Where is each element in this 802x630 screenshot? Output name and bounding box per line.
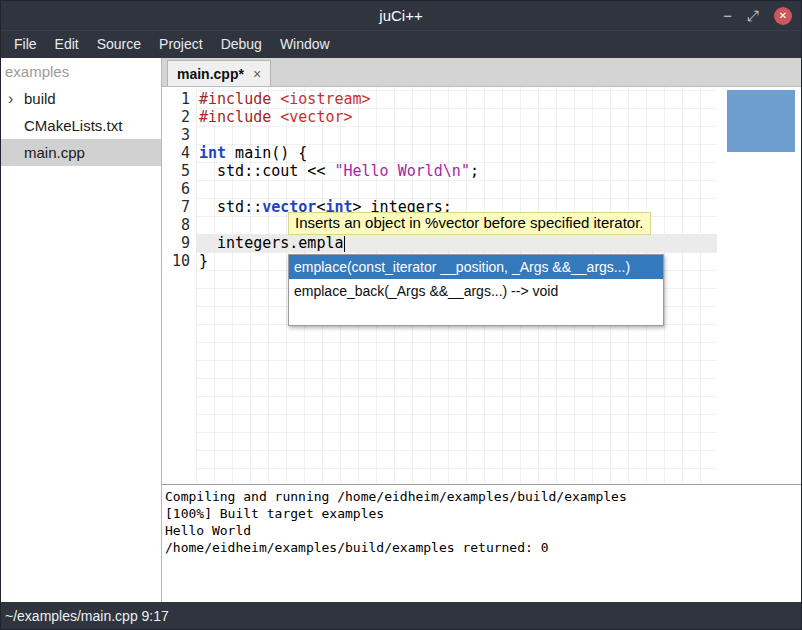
line-number: 10 [162, 252, 190, 270]
gutter: 12345678910 [162, 87, 196, 484]
line-number: 3 [162, 126, 190, 144]
code-token: int [199, 144, 226, 162]
code-token: main() { [226, 144, 307, 162]
line-number: 6 [162, 180, 190, 198]
juci-window: juCi++ − ⤢ ✕ FileEditSourceProjectDebugW… [0, 0, 802, 630]
line-number: 2 [162, 108, 190, 126]
code-token: } [199, 252, 208, 270]
text-cursor [344, 236, 346, 252]
code-token: #include [199, 108, 280, 126]
menu-item-debug[interactable]: Debug [212, 30, 271, 58]
code-token: integers.empla [199, 234, 344, 252]
completion-list: emplace(const_iterator __position, _Args… [289, 255, 663, 303]
line-number: 7 [162, 198, 190, 216]
main-area: main.cpp*× 12345678910 #include <iostrea… [162, 58, 801, 602]
menu-item-edit[interactable]: Edit [46, 30, 88, 58]
tree-item-label: main.cpp [24, 144, 85, 161]
file-tree: ›buildCMakeLists.txtmain.cpp [1, 85, 161, 166]
tree-item-build[interactable]: ›build [1, 85, 161, 112]
menu-item-project[interactable]: Project [150, 30, 212, 58]
line-number: 4 [162, 144, 190, 162]
window-body: examples ›buildCMakeLists.txtmain.cpp ma… [1, 58, 801, 602]
code-line[interactable]: int main() { [196, 144, 717, 162]
statusbar: ~/examples/main.cpp 9:17 [1, 602, 801, 629]
line-number: 5 [162, 162, 190, 180]
minimap [717, 87, 801, 484]
completion-item[interactable]: emplace(const_iterator __position, _Args… [289, 255, 663, 279]
completion-popup: emplace(const_iterator __position, _Args… [288, 254, 664, 326]
minimap-slider[interactable] [727, 90, 795, 152]
terminal-line: Hello World [165, 522, 801, 539]
code-token: std::cout << [199, 162, 334, 180]
close-icon[interactable]: ✕ [774, 7, 792, 25]
code-line[interactable] [196, 126, 717, 144]
code-line[interactable]: #include <iostream> [196, 90, 717, 108]
line-number: 8 [162, 216, 190, 234]
terminal-line: [100%] Built target examples [165, 505, 801, 522]
project-root-label: examples [1, 58, 161, 85]
tab-label: main.cpp* [177, 66, 244, 82]
doc-tooltip: Inserts an object in %vector before spec… [288, 212, 651, 235]
terminal-line: /home/eidheim/examples/build/examples re… [165, 539, 801, 556]
terminal-line: Compiling and running /home/eidheim/exam… [165, 488, 801, 505]
code-line[interactable] [196, 180, 717, 198]
code-line[interactable]: #include <vector> [196, 108, 717, 126]
menubar: FileEditSourceProjectDebugWindow [1, 30, 801, 58]
menu-item-source[interactable]: Source [88, 30, 150, 58]
code-token: std:: [199, 198, 262, 216]
tree-item-cmakelists-txt[interactable]: CMakeLists.txt [1, 112, 161, 139]
tab-main-cpp[interactable]: main.cpp*× [167, 60, 271, 86]
window-controls: − ⤢ ✕ [723, 1, 792, 30]
code-line[interactable]: std::cout << "Hello World\n"; [196, 162, 717, 180]
terminal-output[interactable]: Compiling and running /home/eidheim/exam… [162, 485, 801, 602]
tree-item-main-cpp[interactable]: main.cpp [1, 139, 161, 166]
editor[interactable]: 12345678910 #include <iostream>#include … [162, 87, 801, 485]
tree-item-label: build [24, 90, 56, 107]
code-token: "Hello World\n" [334, 162, 469, 180]
maximize-icon[interactable]: ⤢ [747, 8, 759, 23]
titlebar: juCi++ − ⤢ ✕ [1, 1, 801, 30]
chevron-right-icon: › [8, 89, 13, 107]
line-number: 9 [162, 234, 190, 252]
status-text: ~/examples/main.cpp 9:17 [5, 608, 169, 624]
code-token: <vector> [280, 108, 352, 126]
code-token: ; [470, 162, 479, 180]
completion-item[interactable]: emplace_back(_Args &&__args...) --> void [289, 279, 663, 303]
menu-item-window[interactable]: Window [271, 30, 339, 58]
line-number: 1 [162, 90, 190, 108]
menu-item-file[interactable]: File [5, 30, 46, 58]
window-title: juCi++ [379, 7, 422, 24]
sidebar: examples ›buildCMakeLists.txtmain.cpp [1, 58, 162, 602]
code-line[interactable]: integers.empla [196, 234, 717, 252]
close-tab-icon[interactable]: × [253, 66, 261, 82]
code-token: <iostream> [280, 90, 370, 108]
tree-item-label: CMakeLists.txt [24, 117, 122, 134]
code-token: #include [199, 90, 280, 108]
tabbar: main.cpp*× [162, 58, 801, 87]
minimize-icon[interactable]: − [723, 8, 732, 23]
